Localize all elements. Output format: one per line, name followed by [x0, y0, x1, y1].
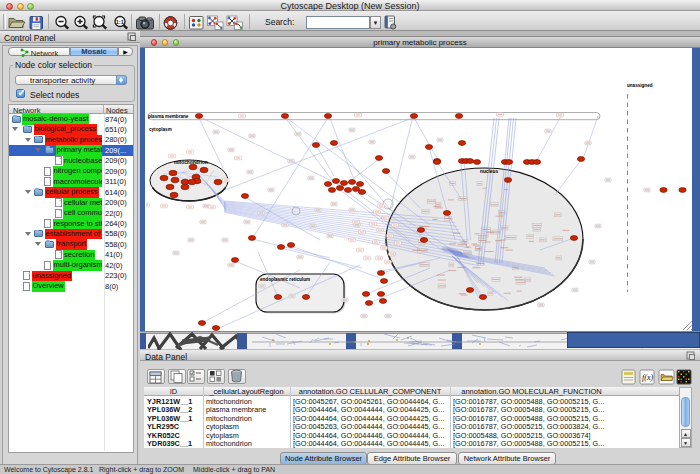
svg-text:nucleus: nucleus: [480, 169, 498, 174]
svg-text:1:1: 1:1: [116, 19, 124, 25]
svg-text:unassigned: unassigned: [627, 83, 653, 88]
svg-text:f(x): f(x): [642, 373, 653, 382]
svg-text:plasma membrane: plasma membrane: [148, 114, 189, 119]
svg-text:cytoplasm: cytoplasm: [149, 127, 172, 132]
svg-text:mitochondrion: mitochondrion: [174, 160, 208, 165]
svg-text:endoplasmic reticulum: endoplasmic reticulum: [260, 277, 310, 282]
